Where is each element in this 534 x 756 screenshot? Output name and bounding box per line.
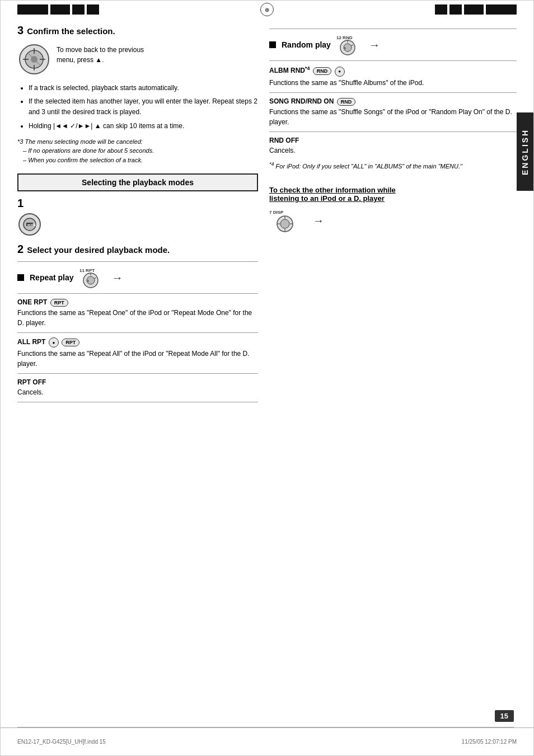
bar-block-4: [87, 4, 99, 15]
random-play-header: Random play 12 RND 6 →: [269, 34, 517, 56]
random-arrow: →: [369, 39, 380, 51]
main-content: 3 Confirm the selection.: [1, 18, 533, 419]
svg-point-25: [280, 219, 289, 228]
disp-section: To check the other information while lis…: [269, 186, 517, 233]
page-number: 15: [500, 712, 508, 720]
step3-knob-area: To move back to the previous menu, press…: [17, 43, 258, 76]
divider-before-random: [269, 29, 517, 29]
step1-number: 1: [17, 197, 24, 209]
step3-instruction-line1: To move back to the previous: [57, 46, 144, 54]
note-label: *3: [17, 138, 23, 145]
notes-section: *3 The menu selecting mode will be cance…: [17, 137, 258, 165]
footer-right: 11/25/05 12:07:12 PM: [462, 739, 517, 745]
all-rpt-label: ALL RPT ● RPT: [17, 337, 258, 348]
bullet-3: Holding |◄◄ ✓/►►| ▲ can skip 10 items at…: [29, 121, 258, 132]
random-play-label: Random play: [282, 40, 331, 49]
disp-heading: To check the other information while lis…: [269, 186, 517, 203]
divider-6: [269, 92, 517, 93]
footer-left: EN12-17_KD-G425[U_UH]f.indd 15: [17, 739, 106, 745]
repeat-knob-svg: 11 RPT 5: [79, 266, 107, 289]
svg-text:5: 5: [87, 279, 89, 283]
bar-block-1: [17, 4, 48, 15]
page: ⊕ 3 Confirm the selection.: [0, 0, 534, 756]
random-knob-wrapper: 12 RND 6 →: [336, 34, 380, 56]
bullet-2: If the selected item has another layer, …: [29, 96, 258, 118]
all-rpt-desc: Functions the same as "Repeat All" of th…: [17, 349, 258, 369]
step3-title: Confirm the selection.: [27, 26, 115, 36]
top-bar: ⊕: [1, 1, 533, 18]
svg-text:6: 6: [344, 46, 346, 50]
svg-text:7 DISP: 7 DISP: [269, 210, 284, 215]
step2-title: Select your desired playback mode.: [27, 245, 170, 255]
step1-area: 1 MODE: [17, 197, 258, 237]
bar-block-6: [449, 4, 462, 15]
step2-number: 2: [17, 243, 24, 256]
sidebar-label: ENGLISH: [521, 128, 530, 175]
divider-3: [17, 373, 258, 374]
step3-bullets: If a track is selected, playback starts …: [29, 83, 258, 132]
note-text: The menu selecting mode will be canceled…: [25, 138, 142, 145]
bar-block-8: [486, 4, 517, 15]
step3-instruction: To move back to the previous menu, press…: [57, 43, 144, 65]
svg-text:11 RPT: 11 RPT: [79, 268, 95, 273]
rpt-off-desc: Cancels.: [17, 387, 258, 397]
step2-heading: 2 Select your desired playback mode.: [17, 243, 258, 256]
repeat-square-bullet: [17, 274, 24, 281]
bar-block-2: [50, 4, 70, 15]
footnote4: *4 For iPod: Only if you select "ALL" in…: [269, 161, 517, 170]
divider-2: [17, 332, 258, 333]
footnote4-text: For iPod: Only if you select "ALL" in "A…: [276, 162, 462, 169]
repeat-knob-wrapper: 11 RPT 5 →: [79, 266, 123, 289]
divider-before-repeat: [17, 261, 258, 262]
step3-heading: 3 Confirm the selection.: [17, 24, 258, 37]
repeat-arrow: →: [112, 271, 123, 284]
song-rnd-desc: Functions the same as "Shuffle Songs" of…: [269, 107, 517, 127]
bar-block-3: [72, 4, 85, 15]
bar-block-7: [464, 4, 484, 15]
rnd-off-label: RND OFF: [269, 137, 517, 144]
repeat-play-header: Repeat play 11 RPT 5 →: [17, 266, 258, 289]
section-box: Selecting the playback modes: [17, 173, 258, 191]
disp-arrow: →: [313, 214, 324, 227]
random-play-section: Random play 12 RND 6 →: [269, 34, 517, 156]
left-column: 3 Confirm the selection.: [17, 24, 258, 408]
repeat-play-section: Repeat play 11 RPT 5 →: [17, 266, 258, 402]
one-rpt-desc: Functions the same as "Repeat One" of th…: [17, 308, 258, 328]
note-item-1: – If no operations are done for about 5 …: [23, 147, 154, 154]
compass-icon: ⊕: [260, 3, 274, 16]
step3-number: 3: [17, 24, 24, 37]
divider-5: [269, 60, 517, 61]
bar-block-5: [435, 4, 447, 15]
step3-instruction-line2: menu, press ▲.: [57, 56, 104, 64]
bullet-1: If a track is selected, playback starts …: [29, 83, 258, 93]
mode-knob-svg: MODE: [17, 212, 48, 237]
note-item-2: – When you confirm the selection of a tr…: [23, 157, 143, 163]
svg-text:12 RND: 12 RND: [336, 35, 353, 40]
disp-heading-line1: To check the other information while: [269, 186, 396, 194]
random-square-bullet: [269, 41, 276, 48]
footnote4-label: *4: [269, 161, 274, 167]
divider-4: [17, 402, 258, 402]
albm-cd-badge: ●: [335, 67, 345, 77]
all-rpt-badge: RPT: [62, 339, 79, 346]
disp-heading-line2: listening to an iPod or a D. player: [269, 194, 385, 203]
albm-footnote: *4: [305, 65, 310, 71]
footer: EN12-17_KD-G425[U_UH]f.indd 15 11/25/05 …: [1, 727, 533, 755]
disp-knob-wrapper: 7 DISP →: [269, 208, 517, 233]
song-rnd-label: SONG RND/RND ON RND: [269, 97, 517, 106]
all-rpt-cd-badge: ●: [49, 337, 59, 348]
albm-rnd-desc: Functions the same as "Shuffle Albums" o…: [269, 78, 517, 88]
compass-center: ⊕: [101, 3, 433, 16]
albm-rnd-label: ALBM RND*4 RND ●: [269, 65, 517, 77]
page-number-box: 15: [495, 710, 514, 722]
divider-7: [269, 132, 517, 132]
step1-knob-wrapper: MODE: [17, 212, 258, 237]
rpt-off-label: RPT OFF: [17, 378, 258, 386]
svg-text:MODE: MODE: [27, 223, 36, 227]
right-column: Random play 12 RND 6 →: [269, 24, 517, 408]
albm-rnd-badge: RND: [313, 67, 332, 75]
random-knob-svg: 12 RND 6: [336, 34, 364, 56]
song-rnd-badge: RND: [337, 98, 356, 106]
divider-1: [17, 293, 258, 294]
disp-knob-svg: 7 DISP: [269, 208, 308, 233]
